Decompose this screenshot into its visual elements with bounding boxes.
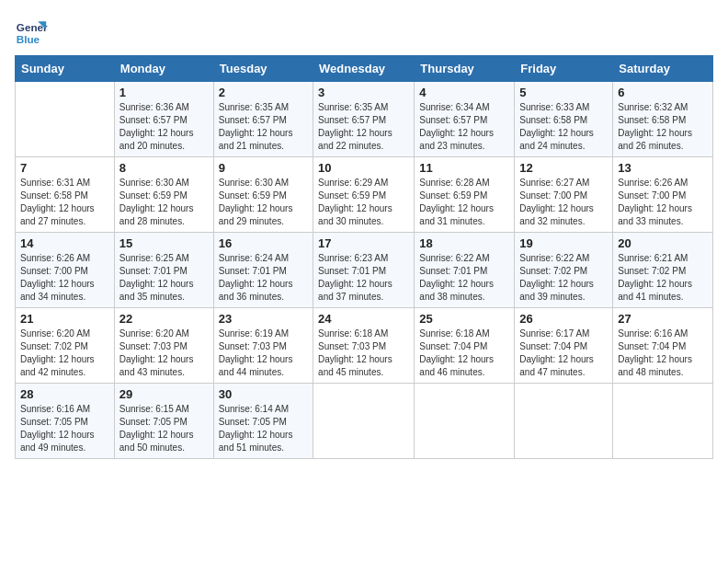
day-number: 9 [219, 161, 308, 175]
day-number: 2 [219, 86, 308, 99]
col-header-tuesday: Tuesday [213, 56, 313, 82]
day-cell [613, 384, 713, 459]
day-info: Sunrise: 6:22 AM Sunset: 7:01 PM Dayligh… [419, 252, 509, 304]
day-info: Sunrise: 6:35 AM Sunset: 6:57 PM Dayligh… [219, 101, 308, 153]
day-number: 6 [618, 86, 708, 99]
day-number: 30 [219, 387, 308, 401]
day-number: 10 [318, 161, 409, 175]
day-info: Sunrise: 6:18 AM Sunset: 7:03 PM Dayligh… [318, 327, 409, 379]
col-header-sunday: Sunday [16, 56, 115, 82]
header: General Blue [15, 15, 713, 48]
day-cell: 12Sunrise: 6:27 AM Sunset: 7:00 PM Dayli… [515, 157, 613, 233]
day-cell [415, 384, 515, 459]
day-number: 1 [119, 86, 209, 99]
day-cell: 25Sunrise: 6:18 AM Sunset: 7:04 PM Dayli… [415, 308, 515, 384]
day-number: 16 [219, 236, 308, 250]
day-info: Sunrise: 6:32 AM Sunset: 6:58 PM Dayligh… [618, 101, 708, 153]
day-cell: 13Sunrise: 6:26 AM Sunset: 7:00 PM Dayli… [613, 157, 713, 233]
day-cell: 8Sunrise: 6:30 AM Sunset: 6:59 PM Daylig… [114, 157, 213, 233]
day-info: Sunrise: 6:24 AM Sunset: 7:01 PM Dayligh… [219, 252, 308, 304]
day-info: Sunrise: 6:23 AM Sunset: 7:01 PM Dayligh… [318, 252, 409, 304]
day-number: 14 [20, 236, 109, 250]
day-number: 8 [119, 161, 209, 175]
day-number: 5 [519, 86, 608, 99]
day-number: 4 [419, 86, 509, 99]
day-cell: 2Sunrise: 6:35 AM Sunset: 6:57 PM Daylig… [213, 82, 313, 157]
day-info: Sunrise: 6:33 AM Sunset: 6:58 PM Dayligh… [519, 101, 608, 153]
day-number: 20 [618, 236, 708, 250]
day-cell: 16Sunrise: 6:24 AM Sunset: 7:01 PM Dayli… [213, 233, 313, 308]
day-cell: 17Sunrise: 6:23 AM Sunset: 7:01 PM Dayli… [313, 233, 415, 308]
day-info: Sunrise: 6:15 AM Sunset: 7:05 PM Dayligh… [119, 403, 209, 454]
day-info: Sunrise: 6:31 AM Sunset: 6:58 PM Dayligh… [20, 177, 109, 228]
day-number: 15 [119, 236, 209, 250]
day-cell: 30Sunrise: 6:14 AM Sunset: 7:05 PM Dayli… [213, 384, 313, 459]
day-cell: 19Sunrise: 6:22 AM Sunset: 7:02 PM Dayli… [515, 233, 613, 308]
col-header-saturday: Saturday [613, 56, 713, 82]
day-cell: 11Sunrise: 6:28 AM Sunset: 6:59 PM Dayli… [415, 157, 515, 233]
day-info: Sunrise: 6:20 AM Sunset: 7:03 PM Dayligh… [119, 327, 209, 379]
day-number: 26 [519, 312, 608, 326]
calendar-table: SundayMondayTuesdayWednesdayThursdayFrid… [15, 55, 713, 459]
day-cell [16, 82, 115, 157]
day-info: Sunrise: 6:34 AM Sunset: 6:57 PM Dayligh… [419, 101, 509, 153]
day-cell: 23Sunrise: 6:19 AM Sunset: 7:03 PM Dayli… [213, 308, 313, 384]
svg-text:Blue: Blue [17, 33, 40, 45]
day-info: Sunrise: 6:14 AM Sunset: 7:05 PM Dayligh… [219, 403, 308, 454]
day-cell [313, 384, 415, 459]
day-number: 11 [419, 161, 509, 175]
day-number: 3 [318, 86, 409, 99]
day-cell: 22Sunrise: 6:20 AM Sunset: 7:03 PM Dayli… [114, 308, 213, 384]
day-number: 19 [519, 236, 608, 250]
day-cell: 5Sunrise: 6:33 AM Sunset: 6:58 PM Daylig… [515, 82, 613, 157]
day-info: Sunrise: 6:35 AM Sunset: 6:57 PM Dayligh… [318, 101, 409, 153]
day-number: 22 [119, 312, 209, 326]
day-cell: 14Sunrise: 6:26 AM Sunset: 7:00 PM Dayli… [16, 233, 115, 308]
week-row-3: 14Sunrise: 6:26 AM Sunset: 7:00 PM Dayli… [16, 233, 713, 308]
col-header-friday: Friday [515, 56, 613, 82]
day-number: 24 [318, 312, 409, 326]
day-info: Sunrise: 6:19 AM Sunset: 7:03 PM Dayligh… [219, 327, 308, 379]
day-number: 27 [618, 312, 708, 326]
day-cell: 26Sunrise: 6:17 AM Sunset: 7:04 PM Dayli… [515, 308, 613, 384]
week-row-1: 1Sunrise: 6:36 AM Sunset: 6:57 PM Daylig… [16, 82, 713, 157]
day-info: Sunrise: 6:20 AM Sunset: 7:02 PM Dayligh… [20, 327, 109, 379]
day-info: Sunrise: 6:26 AM Sunset: 7:00 PM Dayligh… [20, 252, 109, 304]
day-info: Sunrise: 6:16 AM Sunset: 7:05 PM Dayligh… [20, 403, 109, 454]
day-cell: 7Sunrise: 6:31 AM Sunset: 6:58 PM Daylig… [16, 157, 115, 233]
col-header-thursday: Thursday [415, 56, 515, 82]
day-cell: 24Sunrise: 6:18 AM Sunset: 7:03 PM Dayli… [313, 308, 415, 384]
week-row-4: 21Sunrise: 6:20 AM Sunset: 7:02 PM Dayli… [16, 308, 713, 384]
day-cell: 4Sunrise: 6:34 AM Sunset: 6:57 PM Daylig… [415, 82, 515, 157]
day-number: 18 [419, 236, 509, 250]
day-number: 29 [119, 387, 209, 401]
day-number: 25 [419, 312, 509, 326]
day-cell: 20Sunrise: 6:21 AM Sunset: 7:02 PM Dayli… [613, 233, 713, 308]
day-cell: 21Sunrise: 6:20 AM Sunset: 7:02 PM Dayli… [16, 308, 115, 384]
day-cell: 28Sunrise: 6:16 AM Sunset: 7:05 PM Dayli… [16, 384, 115, 459]
day-info: Sunrise: 6:26 AM Sunset: 7:00 PM Dayligh… [618, 177, 708, 228]
day-info: Sunrise: 6:36 AM Sunset: 6:57 PM Dayligh… [119, 101, 209, 153]
day-cell: 1Sunrise: 6:36 AM Sunset: 6:57 PM Daylig… [114, 82, 213, 157]
day-cell: 27Sunrise: 6:16 AM Sunset: 7:04 PM Dayli… [613, 308, 713, 384]
day-info: Sunrise: 6:16 AM Sunset: 7:04 PM Dayligh… [618, 327, 708, 379]
day-info: Sunrise: 6:18 AM Sunset: 7:04 PM Dayligh… [419, 327, 509, 379]
col-header-monday: Monday [114, 56, 213, 82]
logo-icon: General Blue [15, 15, 48, 48]
day-cell: 9Sunrise: 6:30 AM Sunset: 6:59 PM Daylig… [213, 157, 313, 233]
day-info: Sunrise: 6:17 AM Sunset: 7:04 PM Dayligh… [519, 327, 608, 379]
day-cell: 15Sunrise: 6:25 AM Sunset: 7:01 PM Dayli… [114, 233, 213, 308]
day-cell: 10Sunrise: 6:29 AM Sunset: 6:59 PM Dayli… [313, 157, 415, 233]
day-number: 13 [618, 161, 708, 175]
day-info: Sunrise: 6:30 AM Sunset: 6:59 PM Dayligh… [219, 177, 308, 228]
day-info: Sunrise: 6:21 AM Sunset: 7:02 PM Dayligh… [618, 252, 708, 304]
week-row-2: 7Sunrise: 6:31 AM Sunset: 6:58 PM Daylig… [16, 157, 713, 233]
day-cell [515, 384, 613, 459]
logo: General Blue [15, 15, 51, 48]
day-info: Sunrise: 6:27 AM Sunset: 7:00 PM Dayligh… [519, 177, 608, 228]
day-number: 28 [20, 387, 109, 401]
day-number: 17 [318, 236, 409, 250]
day-cell: 29Sunrise: 6:15 AM Sunset: 7:05 PM Dayli… [114, 384, 213, 459]
day-info: Sunrise: 6:29 AM Sunset: 6:59 PM Dayligh… [318, 177, 409, 228]
day-cell: 3Sunrise: 6:35 AM Sunset: 6:57 PM Daylig… [313, 82, 415, 157]
